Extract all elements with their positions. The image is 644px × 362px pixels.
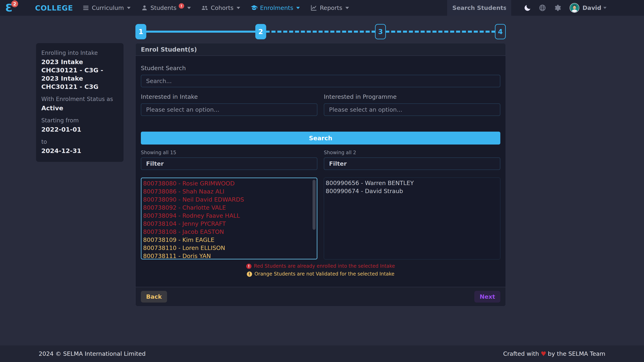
nav-item-enrolments[interactable]: Enrolments — [251, 4, 300, 11]
student-list-item[interactable]: 800738111 - Doris YAN — [143, 252, 317, 260]
stepper-step-4[interactable]: 4 — [495, 24, 506, 39]
student-list-item[interactable]: 800738110 - Loren ELLISON — [143, 244, 317, 252]
panel-body: Student Search Interested in Intake Plea… — [136, 56, 506, 278]
chart-icon — [310, 4, 317, 11]
stepper-connector — [266, 31, 376, 33]
source-count-text: Showing all 15 — [141, 150, 317, 156]
status-value: Active — [41, 104, 118, 112]
legend-notes: !Red Students are already enrolled into … — [141, 262, 500, 278]
source-students-column: Showing all 15 800738080 - Rosie GRIMWOO… — [141, 150, 317, 260]
nav-item-curriculum[interactable]: Curriculum — [82, 4, 130, 11]
panel-header: Enrol Student(s) — [136, 43, 506, 56]
brand-title: COLLEGE — [35, 4, 73, 12]
grad-cap-icon — [251, 4, 258, 11]
intake-field: Interested in Intake Please select an op… — [141, 93, 317, 116]
next-button[interactable]: Next — [474, 291, 500, 302]
enrolment-stepper: 1234 — [136, 24, 506, 39]
nav-item-label: Curriculum — [92, 4, 124, 11]
nav-item-label: Cohorts — [211, 4, 234, 11]
enrol-students-panel: Enrol Student(s) Student Search Interest… — [136, 43, 506, 306]
page-footer: 2024 © SELMA International Limited Craft… — [0, 346, 644, 362]
interested-programme-label: Interested in Programme — [324, 93, 500, 100]
legend-note-text: Red Students are already enrolled into t… — [254, 262, 395, 270]
student-list-item[interactable]: 800738090 - Neil David EDWARDS — [143, 196, 317, 204]
app-logo[interactable]: Ɛ 2 — [5, 0, 18, 16]
student-list-item[interactable]: 800990656 - Warren BENTLEY — [326, 179, 500, 187]
page: Ɛ 2 COLLEGE CurriculumStudents!CohortsEn… — [0, 0, 644, 362]
heart-icon: ♥ — [541, 350, 546, 357]
main-nav: CurriculumStudents!CohortsEnrolmentsRepo… — [82, 4, 349, 11]
chevron-down-icon — [296, 7, 300, 9]
nav-item-label: Enrolments — [260, 4, 294, 11]
logo-notification-badge: 2 — [11, 0, 18, 7]
legend-note-red: !Red Students are already enrolled into … — [141, 262, 500, 270]
panel-footer: Back Next — [136, 287, 506, 306]
stepper-step-1[interactable]: 1 — [136, 24, 146, 39]
search-button[interactable]: Search — [141, 132, 500, 144]
nav-item-cohorts[interactable]: Cohorts — [201, 4, 240, 11]
nav-item-label: Reports — [320, 4, 342, 11]
user-avatar[interactable] — [570, 3, 579, 13]
chevron-down-icon — [127, 7, 130, 9]
exclamation-circle-icon: ! — [246, 264, 252, 269]
source-filter-input[interactable] — [141, 158, 317, 170]
student-list-item[interactable]: 800738086 - Shah Naaz ALI — [143, 188, 317, 196]
student-list-item[interactable]: 800738080 - Rosie GRIMWOOD — [143, 180, 317, 188]
scrollbar-thumb[interactable] — [312, 180, 316, 230]
stepper-connector — [385, 31, 496, 33]
user-menu[interactable]: David — [582, 4, 601, 11]
student-list-item[interactable]: 800738108 - Jacob EASTON — [143, 228, 317, 236]
student-list-item[interactable]: 800738104 - Jenny PYCRAFT — [143, 220, 317, 228]
student-list-item[interactable]: 800738094 - Rodney Faave HALL — [143, 212, 317, 220]
student-list-item[interactable]: 800738092 - Charlotte VALE — [143, 204, 317, 212]
exclamation-circle-icon: ! — [247, 272, 252, 277]
stepper-step-3[interactable]: 3 — [375, 24, 386, 39]
student-search-input[interactable] — [141, 75, 500, 87]
chevron-down-icon — [187, 7, 191, 9]
start-label: Starting from — [41, 117, 118, 124]
nav-student-search-input[interactable] — [447, 0, 511, 16]
student-list-item[interactable]: 800990674 - David Straub — [326, 187, 500, 195]
copyright-text: 2024 © SELMA International Limited — [39, 350, 146, 357]
enrolment-summary-card: Enrolling into Intake 2023 Intake CHC301… — [36, 43, 124, 162]
settings-gear-icon[interactable] — [554, 4, 561, 12]
stepper-step-2[interactable]: 2 — [255, 24, 266, 39]
selected-count-text: Showing all 2 — [324, 150, 500, 156]
selected-students-column: Showing all 2 800990656 - Warren BENTLEY… — [324, 150, 500, 260]
interested-intake-label: Interested in Intake — [141, 93, 317, 100]
student-list-item[interactable]: 800738109 - Kim EAGLE — [143, 236, 317, 244]
interested-intake-select[interactable]: Please select an option... — [141, 104, 317, 116]
end-date-value: 2024-12-31 — [41, 147, 118, 155]
chevron-down-icon — [236, 7, 240, 9]
nav-item-label: Students — [150, 4, 176, 11]
crafted-by-text: Crafted with ♥ by the SELMA Team — [503, 350, 605, 357]
interested-programme-select[interactable]: Please select an option... — [324, 104, 500, 116]
menu-icon — [82, 4, 89, 11]
programme-field: Interested in Programme Please select an… — [324, 93, 500, 116]
user-caret-icon — [603, 7, 606, 9]
alert-badge: ! — [179, 3, 184, 9]
intake-value: 2023 Intake CHC30121 - C3G - 2023 Intake… — [41, 58, 118, 91]
panel-title: Enrol Student(s) — [141, 46, 197, 53]
start-date-value: 2022-01-01 — [41, 125, 118, 134]
to-label: to — [41, 138, 118, 146]
student-source-list[interactable]: 800738080 - Rosie GRIMWOOD800738086 - Sh… — [141, 178, 317, 260]
chevron-down-icon — [345, 7, 349, 9]
person-icon — [141, 4, 148, 11]
legend-note-text: Orange Students are not Validated for th… — [254, 270, 394, 278]
intake-label: Enrolling into Intake — [41, 49, 118, 57]
people-icon — [201, 4, 208, 11]
status-label: With Enrolment Status as — [41, 95, 118, 103]
navbar: Ɛ 2 COLLEGE CurriculumStudents!CohortsEn… — [0, 0, 644, 16]
student-search-label: Student Search — [141, 65, 500, 72]
nav-item-students[interactable]: Students! — [141, 4, 191, 11]
student-target-list[interactable]: 800990656 - Warren BENTLEY800990674 - Da… — [324, 178, 500, 260]
language-globe-icon[interactable] — [538, 4, 546, 12]
legend-note-orange: !Orange Students are not Validated for t… — [141, 270, 500, 278]
stepper-connector — [146, 31, 256, 33]
back-button[interactable]: Back — [141, 291, 167, 302]
dark-mode-moon-icon[interactable] — [524, 4, 531, 12]
nav-item-reports[interactable]: Reports — [310, 4, 349, 11]
selected-filter-input[interactable] — [324, 158, 500, 170]
